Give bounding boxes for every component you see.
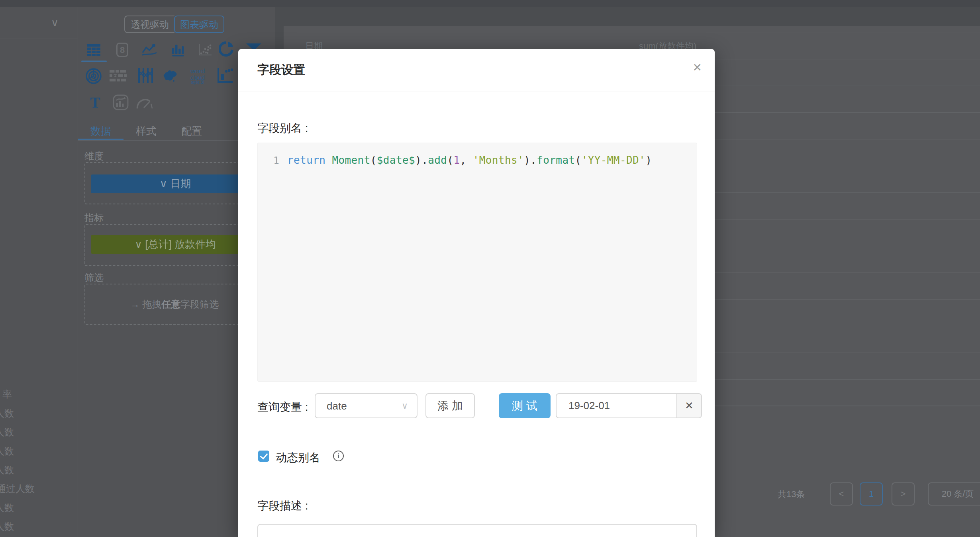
field-list-item[interactable]: 人数: [0, 426, 14, 438]
pagination-prev-button[interactable]: <: [830, 482, 853, 506]
metric-pill[interactable]: ∨ [总计] 放款件均: [91, 235, 260, 254]
toggle-pivot-driven[interactable]: 透视驱动: [124, 16, 174, 33]
chart-type-word-cloud-icon[interactable]: word cloud agile Bi: [186, 68, 209, 84]
line-number: 1: [258, 155, 287, 166]
chart-type-scatter-icon[interactable]: [196, 41, 214, 58]
chevron-down-icon: ∨: [402, 394, 408, 418]
code-editor[interactable]: 1return Moment($date$).add(1, 'Months').…: [257, 143, 697, 382]
filter-dropzone-hint: → 拖拽任意字段筛选: [84, 298, 265, 311]
chart-type-radar-icon[interactable]: [84, 68, 103, 84]
close-icon[interactable]: ✕: [693, 61, 702, 74]
query-variable-label: 查询变量 :: [257, 400, 308, 415]
tab-config[interactable]: 配置: [169, 124, 214, 138]
chart-type-parallel-icon[interactable]: [136, 67, 155, 84]
chart-type-gantt-icon[interactable]: [109, 68, 127, 84]
field-settings-modal: 字段设置 ✕ 字段别名 : 1return Moment($date$).add…: [238, 49, 715, 537]
field-description-input[interactable]: [257, 524, 697, 537]
top-bar: [0, 0, 980, 7]
dimension-section-label: 维度: [84, 150, 104, 163]
chart-type-bar-chart-icon[interactable]: [169, 41, 187, 58]
tab-data[interactable]: 数据: [78, 124, 123, 138]
add-button[interactable]: 添 加: [425, 393, 475, 418]
chevron-down-icon: ∨: [51, 17, 59, 29]
chart-type-combo-icon[interactable]: [112, 94, 130, 111]
pagination-page-1[interactable]: 1: [860, 482, 883, 506]
driver-mode-toggle: 透视驱动 图表驱动: [124, 16, 225, 33]
filter-section-label: 筛选: [84, 271, 104, 284]
chart-type-table-icon[interactable]: [84, 41, 103, 58]
field-list-item[interactable]: 人数: [0, 445, 14, 457]
code-line: 1return Moment($date$).add(1, 'Months').…: [258, 154, 697, 166]
app-root: ∨ 率 人数 人数 人数 人数 通过人数 人数 人数 透视驱动 图表驱动 8: [0, 0, 980, 537]
metric-pill-label: [总计] 放款件均: [145, 238, 216, 250]
dataset-selector[interactable]: ∨: [0, 7, 78, 39]
field-list-panel: ∨ 率 人数 人数 人数 人数 通过人数 人数 人数: [0, 7, 78, 537]
chart-type-gauge-icon[interactable]: [135, 95, 154, 112]
chart-type-pie-icon[interactable]: [218, 41, 236, 57]
dynamic-alias-label: 动态别名: [276, 450, 320, 465]
chart-type-interval-bar-icon[interactable]: [216, 67, 234, 84]
clear-input-button[interactable]: ✕: [677, 393, 702, 418]
field-list-item[interactable]: 人数: [0, 502, 14, 514]
modal-header-divider: [238, 92, 715, 92]
chart-type-line-chart-icon[interactable]: [140, 41, 159, 58]
tab-style[interactable]: 样式: [123, 124, 169, 138]
selected-chart-type-underline: [81, 61, 107, 62]
page-size-select[interactable]: 20 条/页: [928, 482, 980, 506]
field-list-item[interactable]: 通过人数: [0, 483, 35, 495]
pagination-total: 共13条: [778, 488, 805, 500]
arrow-right-icon: →: [130, 299, 140, 310]
chevron-down-icon: ∨: [160, 178, 167, 190]
field-list-item[interactable]: 率: [2, 388, 12, 400]
pagination-next-button[interactable]: >: [892, 482, 915, 506]
field-list-item[interactable]: 人数: [0, 408, 14, 419]
field-description-label: 字段描述 :: [257, 498, 308, 513]
toggle-chart-driven[interactable]: 图表驱动: [174, 16, 224, 33]
field-alias-label: 字段别名 :: [257, 121, 308, 136]
chart-type-number-card-icon[interactable]: 8: [113, 41, 131, 58]
test-value: 19-02-01: [568, 394, 610, 417]
field-list-item[interactable]: 人数: [0, 521, 14, 533]
metric-section-label: 指标: [84, 212, 104, 224]
info-icon[interactable]: i: [333, 451, 344, 461]
chevron-down-icon: ∨: [135, 238, 142, 250]
test-value-input[interactable]: 19-02-01: [556, 393, 677, 418]
dimension-pill-date[interactable]: ∨ 日期: [91, 174, 260, 193]
modal-title: 字段设置: [257, 62, 305, 78]
dynamic-alias-checkbox[interactable]: [258, 451, 269, 462]
select-value: date: [327, 394, 347, 418]
chart-type-china-map-icon[interactable]: [161, 68, 179, 84]
field-list-item[interactable]: 人数: [0, 464, 14, 476]
query-variable-select[interactable]: date ∨: [315, 393, 417, 418]
test-button[interactable]: 测 试: [499, 393, 551, 418]
dimension-pill-label: 日期: [170, 178, 191, 190]
chart-type-text-icon[interactable]: T: [86, 94, 104, 111]
